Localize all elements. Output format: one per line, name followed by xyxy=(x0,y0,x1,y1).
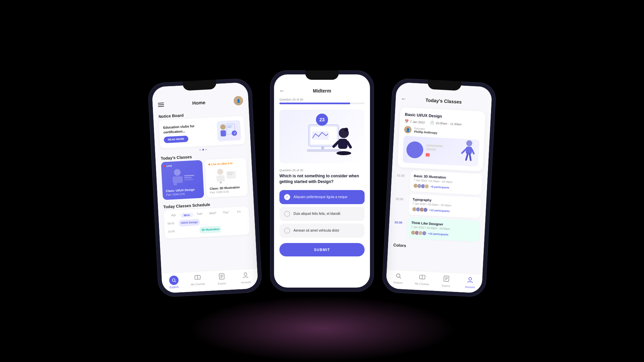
courses-icon-right xyxy=(419,274,426,282)
event-3d-illustration[interactable]: 3D Illustration xyxy=(199,226,221,233)
schedule-card-3[interactable]: Think Like Designer 7 Jan 2022 • 03:30pm… xyxy=(407,217,480,242)
nav-exams-right[interactable]: Exams xyxy=(434,275,458,288)
svg-line-20 xyxy=(175,281,176,282)
colors-label: Colors xyxy=(393,241,479,252)
nav-account-right[interactable]: Account xyxy=(458,276,482,289)
progress-bar-fill xyxy=(279,103,350,104)
right-phone-inner: ← Today's Classes Basic UI/UX Design 📅 7… xyxy=(386,82,492,293)
nav-explore-label-left: Explore xyxy=(169,285,179,289)
read-more-button[interactable]: READ MORE xyxy=(164,135,189,143)
time-0200: 02:00 xyxy=(396,197,406,201)
left-phone-inner: Home 👤 Notice Board Education clubs for … xyxy=(152,82,258,293)
day-wed: Wed* xyxy=(206,211,220,217)
clock-icon: 🕙 xyxy=(430,121,434,125)
user-avatar[interactable]: 👤 xyxy=(233,96,243,106)
svg-line-43 xyxy=(472,149,474,154)
explore-svg-right xyxy=(395,273,401,279)
svg-rect-38 xyxy=(307,149,340,152)
answer-text-2: Duis aliquet felis felis, et blandit xyxy=(293,212,340,216)
classes-row: Live Class: UI/UX Design Part: GDM (2/4) xyxy=(156,158,254,200)
p-avatar-2d xyxy=(423,207,428,213)
question-label: Question 25 of 30 xyxy=(279,169,365,172)
schedule-card-1[interactable]: Basic 3D Illustration 7 Jan 2022 • 01:00… xyxy=(410,170,482,195)
nav-exams-label-right: Exams xyxy=(442,284,450,288)
back-button-right[interactable]: ← xyxy=(401,96,407,102)
notice-card: Education clubs for certification... REA… xyxy=(159,116,245,148)
submit-button[interactable]: SUBMIT xyxy=(279,243,365,256)
answer-option-2[interactable]: Duis aliquet felis felis, et blandit xyxy=(279,207,365,221)
exams-svg-right xyxy=(443,275,449,282)
time-0100: 01:00 xyxy=(397,174,407,178)
avatars-3 xyxy=(411,230,427,236)
upcoming-class-card[interactable]: Live on after 2 hr Class: 3D Illustratio… xyxy=(205,158,248,197)
left-bottom-nav: Explore My Courses xyxy=(161,268,258,293)
svg-line-44 xyxy=(466,154,468,160)
day-mon[interactable]: Mon xyxy=(180,213,194,218)
avatars-1 xyxy=(413,183,429,189)
p-avatar-3d xyxy=(422,231,427,236)
day-fri: Fri xyxy=(232,209,246,215)
center-phone-inner: ← Midterm Question 25 of 30 23 xyxy=(274,74,370,288)
nav-courses-right[interactable]: My Courses xyxy=(410,274,434,287)
center-phone: ← Midterm Question 25 of 30 23 xyxy=(270,70,374,292)
answer-text-1: Aliquam pellentesque ligula a neque xyxy=(293,195,347,199)
nav-account-label-right: Account xyxy=(465,285,475,289)
nav-explore-right[interactable]: Explore xyxy=(386,272,411,286)
banner-lines xyxy=(426,144,443,158)
svg-point-54 xyxy=(469,278,472,281)
live-after-badge: Live on after 2 hr xyxy=(208,161,243,166)
upcoming-class-illustration xyxy=(213,166,239,186)
svg-point-39 xyxy=(336,151,351,155)
courses-svg-right xyxy=(419,274,426,280)
live-class-card[interactable]: Live Class: UI/UX Design Part: GDM (2/4) xyxy=(161,160,204,200)
time-1000: 10:00 xyxy=(168,230,178,234)
answer-option-3[interactable]: Aenean sit amet vehicula dolor xyxy=(279,224,365,238)
nav-exams-left[interactable]: Exams xyxy=(209,273,234,287)
banner-line-2 xyxy=(426,148,436,151)
live-badge: Live xyxy=(164,164,172,168)
banner-person-svg xyxy=(456,139,476,167)
answer-text-3: Aenean sit amet vehicula dolor xyxy=(293,229,339,232)
day-thu: Thu* xyxy=(219,210,233,216)
live-class-illustration xyxy=(168,166,196,189)
svg-line-47 xyxy=(399,277,401,279)
time-0300: 03:00 xyxy=(394,221,405,225)
schedule-times: 09:00 UI/UX Design 10:00 3D Illustration xyxy=(167,216,247,235)
progress-container: Question 25 of 30 xyxy=(274,97,370,107)
schedule-card-2[interactable]: Typography 7 Jan 2022 • 02:00pm - 02:45p… xyxy=(409,194,481,218)
nav-explore-left[interactable]: Explore xyxy=(162,275,186,289)
nav-explore-label-right: Explore xyxy=(393,281,403,284)
exams-svg-left xyxy=(218,273,225,280)
option-check-2 xyxy=(284,211,290,217)
dot-2 xyxy=(202,149,204,150)
nav-account-left[interactable]: Account xyxy=(233,271,258,286)
svg-rect-10 xyxy=(184,177,192,178)
svg-line-37 xyxy=(347,142,351,147)
home-screen: Home 👤 Notice Board Education clubs for … xyxy=(152,82,258,293)
dot-3 xyxy=(205,149,207,150)
back-button-center[interactable]: ← xyxy=(279,88,285,94)
menu-icon[interactable] xyxy=(158,103,164,107)
event-ux-design[interactable]: UI/UX Design xyxy=(179,219,200,227)
svg-point-18 xyxy=(220,181,222,183)
schedule-item-1: 01:00 Basic 3D Illustration 7 Jan 2022 •… xyxy=(396,170,482,195)
nav-courses-left[interactable]: My Courses xyxy=(185,274,210,288)
svg-line-49 xyxy=(422,275,423,279)
live-after-dot xyxy=(208,164,210,165)
day-apr: Apr xyxy=(167,213,180,219)
day-tue: Tue* xyxy=(193,212,207,217)
phones-container: Home 👤 Notice Board Education clubs for … xyxy=(153,70,491,292)
calendar-icon: 📅 xyxy=(405,119,409,123)
notice-svg: ✓ xyxy=(217,120,240,141)
explore-icon-circle xyxy=(169,276,178,285)
svg-point-13 xyxy=(217,169,223,175)
class-date: 7 Jan 2022 xyxy=(410,120,425,124)
class-time: 10:00am - 11:30am xyxy=(435,121,462,126)
schedule-list: 01:00 Basic 3D Illustration 7 Jan 2022 •… xyxy=(387,170,488,275)
svg-rect-8 xyxy=(172,176,183,183)
educator-avatar: 👤 xyxy=(404,126,412,133)
account-icon-right xyxy=(467,277,473,285)
class-banner xyxy=(402,136,480,167)
answer-option-1[interactable]: ✓ Aliquam pellentesque ligula a neque xyxy=(279,190,365,204)
svg-line-45 xyxy=(469,154,471,160)
